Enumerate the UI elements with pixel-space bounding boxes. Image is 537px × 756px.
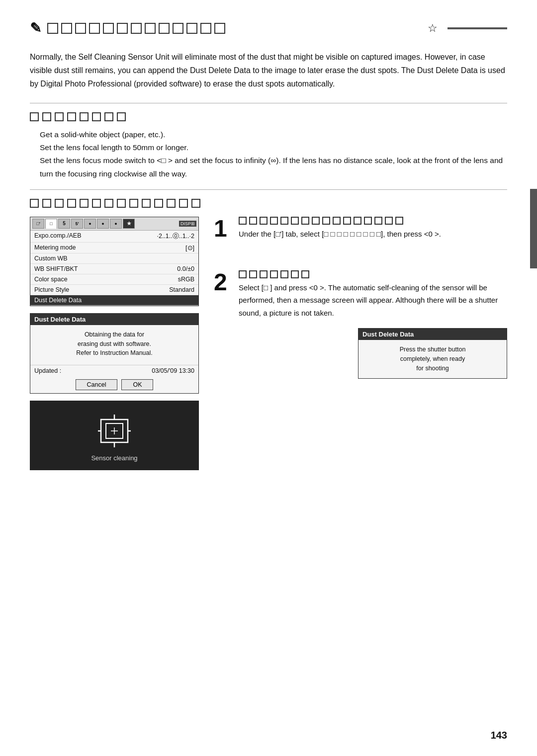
header-icon: ✎ [30, 20, 41, 36]
header-sq-3 [75, 23, 86, 34]
step-2-heading-squares [239, 270, 507, 278]
cam-row-3: Custom WB [30, 253, 198, 264]
section-divider [30, 103, 507, 103]
cam-row-6: Picture Style Standard [30, 285, 198, 295]
sh-sq-5 [80, 199, 89, 208]
s1sq-10 [333, 217, 341, 225]
cam-row-4: WB SHIFT/BKT 0.0/±0 [30, 264, 198, 274]
step-2-number: 2 [214, 270, 232, 294]
cam-tab-7: ● [110, 219, 122, 229]
header-sq-7 [131, 23, 142, 34]
cam-tab-6: ● [97, 219, 109, 229]
s1sq-9 [322, 217, 330, 225]
s1sq-4 [270, 217, 278, 225]
sh-sq-8 [117, 199, 126, 208]
right-column: 1 [214, 217, 507, 477]
ddd-popup-1-updated: Updated : 03/05/'09 13:30 [30, 365, 198, 376]
ddd-popup-2-line2: completely, when ready [362, 354, 503, 364]
sh-sq-4 [67, 199, 76, 208]
left-column: □' □ 5 5' ● ● ● ★ DISP⊞ Expo.comp./AEB ·… [30, 217, 199, 477]
prep-item-3: Set the lens focus mode switch to <□ > a… [40, 154, 507, 180]
sh-sq-11 [154, 199, 163, 208]
cam-row-2-value: [⊙] [185, 244, 194, 252]
cam-row-4-label: WB SHIFT/BKT [34, 265, 78, 272]
prep-item-1: Get a solid-white object (paper, etc.). [40, 128, 507, 141]
cam-row-2-label: Metering mode [34, 244, 76, 252]
page-header: ✎ ☆ [30, 20, 507, 36]
dust-delete-popup-2: Dust Delete Data Press the shutter butto… [358, 328, 507, 378]
ddd-popup-2-line1: Press the shutter button [362, 345, 503, 354]
s1sq-8 [312, 217, 320, 225]
s2sq-7 [301, 270, 309, 278]
cam-row-6-value: Standard [169, 286, 194, 293]
ddd-popup-1-buttons: Cancel OK [30, 376, 198, 393]
s1sq-11 [343, 217, 351, 225]
step-2-block: 2 Select [□ ] and press <0 >. The automa… [214, 270, 507, 379]
s2sq-4 [270, 270, 278, 278]
ok-button[interactable]: OK [121, 379, 153, 390]
header-sq-8 [145, 23, 156, 34]
s1sq-15 [385, 217, 393, 225]
steps-divider [30, 189, 507, 190]
header-sq-6 [117, 23, 128, 34]
cam-tab-1: □' [32, 219, 44, 229]
prep-sq-6 [92, 112, 101, 121]
cam-tab-3: 5 [58, 219, 70, 229]
ddd-popup-1-title: Dust Delete Data [30, 314, 198, 325]
cancel-button[interactable]: Cancel [76, 379, 118, 390]
preparation-heading [30, 112, 507, 121]
cam-row-5-label: Color space [34, 276, 68, 283]
header-star-icon: ☆ [428, 22, 438, 35]
step-1-heading-squares [239, 217, 507, 225]
cam-row-1-label: Expo.comp./AEB [34, 232, 82, 241]
header-squares [47, 23, 418, 34]
steps-container: □' □ 5 5' ● ● ● ★ DISP⊞ Expo.comp./AEB ·… [30, 217, 507, 477]
sensor-crosshair-graphic [97, 414, 132, 448]
prep-sq-3 [55, 112, 64, 121]
s1sq-12 [354, 217, 361, 225]
s1sq-1 [239, 217, 247, 225]
step-2-text: Select [□ ] and press <0 >. The automati… [239, 281, 507, 320]
ddd-popup-1-body: Obtaining the data for erasing dust with… [30, 325, 198, 363]
sh-sq-7 [104, 199, 113, 208]
s1sq-7 [301, 217, 309, 225]
prep-sq-8 [117, 112, 126, 121]
step-1-block: 1 [214, 217, 507, 241]
header-sq-9 [159, 23, 170, 34]
header-sq-10 [173, 23, 183, 34]
cam-row-4-value: 0.0/±0 [177, 265, 194, 272]
sh-sq-3 [55, 199, 64, 208]
cam-row-1-value: ·2..1..⓪..1..·2 [157, 232, 194, 241]
s1sq-14 [374, 217, 382, 225]
sh-sq-10 [142, 199, 151, 208]
page-number: 143 [491, 730, 507, 741]
cam-row-7-highlighted: Dust Delete Data [30, 295, 198, 306]
header-sq-2 [61, 23, 72, 34]
sh-sq-13 [179, 199, 188, 208]
header-sq-4 [89, 23, 100, 34]
cam-tab-star: ★ [123, 219, 135, 229]
preparation-content: Get a solid-white object (paper, etc.). … [30, 128, 507, 180]
cam-tab-5: ● [84, 219, 96, 229]
cam-row-5: Color space sRGB [30, 274, 198, 285]
header-sq-11 [186, 23, 197, 34]
ddd-updated-value: 03/05/'09 13:30 [152, 367, 194, 374]
ddd-popup-1-line3: Refer to Instruction Manual. [34, 348, 194, 358]
cam-row-6-label: Picture Style [34, 286, 69, 293]
header-sq-1 [47, 23, 58, 34]
s2sq-1 [239, 270, 247, 278]
sh-sq-14 [191, 199, 200, 208]
ddd-popup-2-body: Press the shutter button completely, whe… [358, 340, 507, 378]
s1sq-13 [364, 217, 372, 225]
prep-sq-2 [42, 112, 51, 121]
s2sq-3 [260, 270, 268, 278]
prep-item-2: Set the lens focal length to 50mm or lon… [40, 141, 507, 154]
step-1-text: Under the [□'] tab, select [□ □ □ □ □ □ … [239, 228, 507, 241]
camera-menu-screenshot: □' □ 5 5' ● ● ● ★ DISP⊞ Expo.comp./AEB ·… [30, 217, 199, 306]
s2sq-6 [291, 270, 299, 278]
prep-sq-7 [104, 112, 113, 121]
header-line [448, 27, 507, 29]
sh-sq-2 [42, 199, 51, 208]
ddd-popup-2-title: Dust Delete Data [358, 329, 507, 340]
header-sq-5 [103, 23, 114, 34]
